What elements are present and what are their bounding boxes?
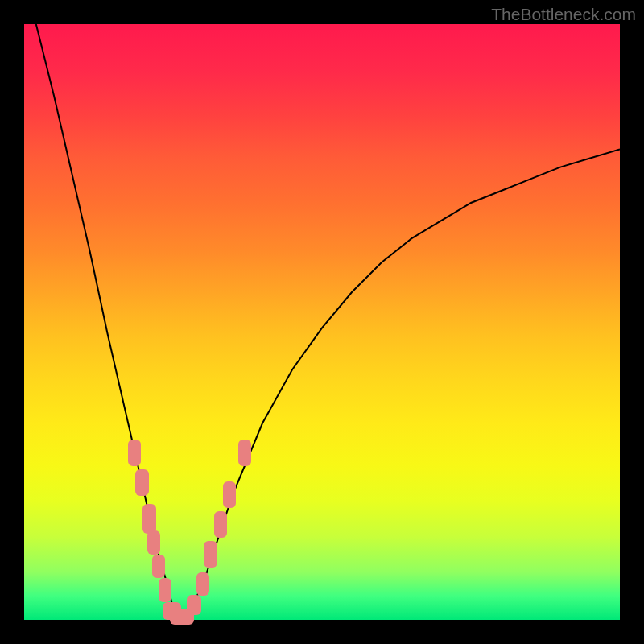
data-marker [128,440,141,466]
data-marker [159,578,171,602]
data-marker [223,481,236,508]
data-marker [204,541,217,568]
data-marker [238,440,251,466]
bottleneck-curve [36,24,620,620]
data-marker [214,511,227,538]
data-marker [142,504,155,534]
data-marker [152,555,165,579]
data-marker [135,469,148,496]
data-marker [187,595,202,616]
curve-svg [24,24,620,620]
data-marker [147,530,160,555]
data-marker [196,572,209,597]
watermark-text: TheBottleneck.com [491,5,636,24]
plot-area [24,24,620,620]
